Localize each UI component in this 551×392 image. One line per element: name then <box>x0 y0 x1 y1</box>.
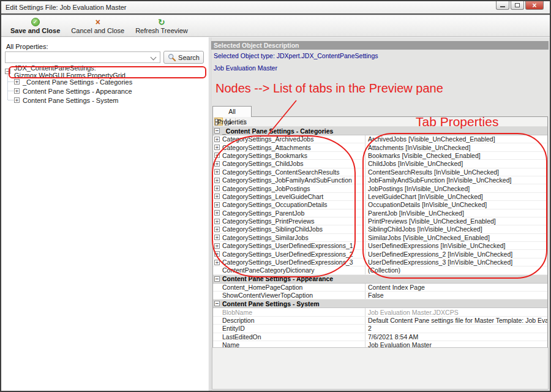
property-row[interactable]: +CategorySettings_UserDefinedExpressions… <box>213 242 547 250</box>
collapse-icon[interactable]: − <box>214 301 220 306</box>
property-name-cell[interactable]: +CategorySettings_ArchivedJobs <box>213 135 365 143</box>
property-name-cell[interactable]: LastEditedOn <box>213 333 365 341</box>
property-name-cell[interactable]: +CategorySettings_UserDefinedExpressions… <box>213 250 365 257</box>
property-row[interactable]: Content_HomePageCaptionContent Index Pag… <box>213 284 547 292</box>
property-name-cell[interactable]: EntityID <box>213 325 365 332</box>
property-name-cell[interactable]: +CategorySettings_LevelGuideChart <box>213 193 365 200</box>
property-row[interactable]: +CategorySettings_JobPostingsJobPostings… <box>213 184 547 192</box>
property-value-cell[interactable]: LevelGuideChart [InVisible_UnChecked] <box>365 193 547 200</box>
chevron-down-icon[interactable] <box>151 55 157 61</box>
category-header[interactable]: −Content Pane Settings - System <box>213 300 547 308</box>
property-row[interactable]: +CategorySettings_ChildJobsChildJobs [In… <box>213 160 547 168</box>
expand-icon[interactable]: + <box>14 79 20 85</box>
tree-root-node[interactable]: − JDX_ContentPaneSettings: Gizmox.WebGUI… <box>1 66 209 77</box>
expand-icon[interactable]: + <box>214 227 220 232</box>
property-value-cell[interactable]: OccupationDetails [InVisible_UnChecked] <box>365 201 547 208</box>
expand-icon[interactable]: + <box>214 178 220 183</box>
maximize-button[interactable] <box>511 1 524 10</box>
tree-node[interactable]: +_Content Pane Settings - Categories <box>7 77 209 86</box>
property-name-cell[interactable]: +CategorySettings_JobFamilyAndSubFunctio… <box>213 176 365 184</box>
property-value-cell[interactable]: (Collection) <box>365 266 547 274</box>
property-row[interactable]: +CategorySettings_OccupationDetailsOccup… <box>213 201 547 209</box>
property-row[interactable]: +CategorySettings_SimilarJobsSimilarJobs… <box>213 234 547 242</box>
property-name-cell[interactable]: +CategorySettings_ChildJobs <box>213 160 365 167</box>
property-row[interactable]: +CategorySettings_AttachmentsAttachments… <box>213 143 547 151</box>
property-value-cell[interactable]: ParentJob [InVisible_UnChecked] <box>365 209 547 217</box>
property-value-cell[interactable]: SiblingChildJobs [InVisible_UnChecked] <box>365 225 547 233</box>
expand-icon[interactable]: + <box>214 210 220 216</box>
property-value-cell[interactable]: UserDefinedExpressions [InVisible_UnChec… <box>365 242 547 249</box>
property-name-cell[interactable]: BlobName <box>213 308 365 315</box>
property-value-cell[interactable]: SimilarJobs [Visible_UnChecked_Enabled] <box>365 234 547 241</box>
property-row[interactable]: BlobNameJob Evaluation Master.JDXCPS <box>213 308 547 316</box>
tree-node[interactable]: +Content Pane Settings - System <box>7 96 209 105</box>
property-name-cell[interactable]: ContentPaneCategoryDictionary <box>213 266 365 274</box>
property-row[interactable]: +CategorySettings_PrintPreviewsPrintPrev… <box>213 217 547 225</box>
property-row[interactable]: EntityID2 <box>213 325 547 333</box>
property-row[interactable]: +CategorySettings_SiblingChildJobsSiblin… <box>213 225 547 233</box>
expand-icon[interactable]: + <box>214 145 220 150</box>
expand-icon[interactable]: + <box>214 186 220 191</box>
property-row[interactable]: +CategorySettings_ParentJobParentJob [In… <box>213 209 547 217</box>
property-value-cell[interactable]: 2 <box>365 325 547 332</box>
minimize-button[interactable] <box>496 1 509 10</box>
property-value-cell[interactable]: ChildJobs [InVisible_UnChecked] <box>365 160 547 167</box>
cancel-and-close-button[interactable]: × Cancel and Close <box>66 16 130 36</box>
expand-icon[interactable]: + <box>214 219 220 224</box>
property-value-cell[interactable]: Bookmarks [Visible_Checked_Enabled] <box>365 152 547 159</box>
property-name-cell[interactable]: +CategorySettings_JobPostings <box>213 184 365 192</box>
property-row[interactable]: +CategorySettings_UserDefinedExpressions… <box>213 258 547 266</box>
expand-icon[interactable]: + <box>214 137 220 142</box>
search-button[interactable]: Search <box>163 51 204 64</box>
property-row[interactable]: LastEditedOn7/6/2021 8:54 AM <box>213 333 547 341</box>
property-name-cell[interactable]: +CategorySettings_Attachments <box>213 143 365 151</box>
property-row[interactable]: +CategorySettings_ArchivedJobsArchivedJo… <box>213 135 547 143</box>
property-row[interactable]: +CategorySettings_ContentSearchResultsCo… <box>213 168 547 176</box>
expand-icon[interactable]: + <box>214 260 220 265</box>
property-value-cell[interactable]: 7/6/2021 8:54 AM <box>365 333 547 341</box>
expand-icon[interactable]: + <box>214 194 220 199</box>
collapse-icon[interactable]: − <box>214 128 220 134</box>
expand-icon[interactable]: + <box>14 97 20 103</box>
property-value-cell[interactable]: Job Evaluation Master.JDXCPS <box>365 308 547 315</box>
property-value-cell[interactable]: Content Index Page <box>365 284 547 291</box>
property-name-cell[interactable]: +CategorySettings_SimilarJobs <box>213 234 365 241</box>
property-value-cell[interactable]: Attachments [InVisible_UnChecked] <box>365 143 547 151</box>
property-name-cell[interactable]: Content_HomePageCaption <box>213 284 365 291</box>
property-value-cell[interactable]: ArchivedJobs [Visible_UnChecked_Enabled] <box>365 135 547 143</box>
property-row[interactable]: +CategorySettings_JobFamilyAndSubFunctio… <box>213 176 547 184</box>
property-value-cell[interactable]: JobFamilyAndSubFunction [InVisible_UnChe… <box>365 176 547 184</box>
refresh-treeview-button[interactable]: ↻ Refresh Treeview <box>130 16 193 36</box>
properties-filter-combobox[interactable] <box>5 51 160 63</box>
expand-icon[interactable]: + <box>214 251 220 257</box>
property-name-cell[interactable]: +CategorySettings_UserDefinedExpressions… <box>213 258 365 266</box>
properties-filter-input[interactable] <box>7 53 148 62</box>
tree-node[interactable]: +Content Pane Settings - Appearance <box>7 86 209 96</box>
property-name-cell[interactable]: ShowContentViewerTopCaption <box>213 292 365 299</box>
collapse-icon[interactable]: − <box>5 69 10 74</box>
property-value-cell[interactable]: Default Content Pane settings file for M… <box>365 317 547 324</box>
property-name-cell[interactable]: +CategorySettings_ParentJob <box>213 209 365 217</box>
property-row[interactable]: DescriptionDefault Content Pane settings… <box>213 317 547 325</box>
property-name-cell[interactable]: +CategorySettings_ContentSearchResults <box>213 168 365 176</box>
close-button[interactable]: × <box>525 1 544 10</box>
property-row[interactable]: ContentPaneCategoryDictionary(Collection… <box>213 266 547 274</box>
property-name-cell[interactable]: +CategorySettings_PrintPreviews <box>213 217 365 225</box>
expand-icon[interactable]: + <box>214 153 220 158</box>
expand-icon[interactable]: + <box>214 169 220 175</box>
property-value-cell[interactable]: False <box>365 292 547 299</box>
expand-icon[interactable]: + <box>214 202 220 208</box>
property-value-cell[interactable]: PrintPreviews [Visible_UnChecked_Enabled… <box>365 217 547 225</box>
category-header[interactable]: −Content Pane Settings - Appearance <box>213 275 547 284</box>
expand-icon[interactable]: + <box>214 235 220 240</box>
property-row[interactable]: +CategorySettings_LevelGuideChartLevelGu… <box>213 193 547 201</box>
property-name-cell[interactable]: +CategorySettings_Bookmarks <box>213 152 365 159</box>
property-name-cell[interactable]: +CategorySettings_OccupationDetails <box>213 201 365 208</box>
property-value-cell[interactable]: ContentSearchResults [InVisible_UnChecke… <box>365 168 547 176</box>
property-row[interactable]: +CategorySettings_UserDefinedExpressions… <box>213 250 547 258</box>
property-value-cell[interactable]: JobPostings [InVisible_UnChecked] <box>365 184 547 192</box>
expand-icon[interactable]: + <box>214 243 220 249</box>
collapse-icon[interactable]: − <box>214 276 220 282</box>
property-value-cell[interactable]: UserDefinedExpressions_3 [InVisible_UnCh… <box>365 258 547 266</box>
save-and-close-button[interactable]: ✓ Save and Close <box>5 16 66 36</box>
